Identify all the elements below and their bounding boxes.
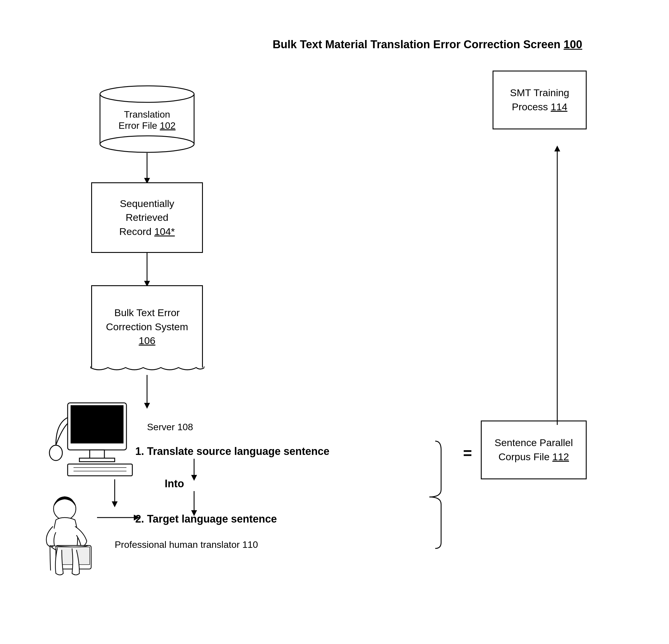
server-illustration <box>44 400 168 482</box>
corpus-label: Sentence ParallelCorpus File 112 <box>495 437 573 462</box>
professional-label: Professional human translator 110 <box>115 538 258 552</box>
translate-source-label: 1. Translate source language sentence <box>135 444 329 459</box>
bulk-text-error-correction: Bulk Text ErrorCorrection System106 <box>91 285 203 368</box>
arrow-seq-to-bulk <box>144 253 150 288</box>
seq-label: SequentiallyRetrievedRecord 104* <box>119 198 175 237</box>
svg-point-4 <box>100 86 194 102</box>
target-language-label: 2. Target language sentence <box>135 512 277 526</box>
svg-marker-24 <box>191 475 197 481</box>
translate-source-text: 1. Translate source language sentence <box>135 445 329 457</box>
seq-number: 104* <box>154 226 175 237</box>
server-label-text: Server 108 <box>147 422 193 432</box>
diagram-container: Bulk Text Material Translation Error Cor… <box>0 0 669 644</box>
svg-point-22 <box>49 445 62 460</box>
svg-rect-16 <box>71 405 124 443</box>
target-language-text: 2. Target language sentence <box>135 513 277 525</box>
arrow-corpus-to-smt <box>554 144 560 426</box>
translator-illustration <box>38 494 126 588</box>
smt-label: SMT TrainingProcess 114 <box>510 87 569 112</box>
sequentially-retrieved-record: SequentiallyRetrievedRecord 104* <box>91 182 203 253</box>
translation-error-file: Translation Error File 102 <box>97 76 197 153</box>
svg-marker-35 <box>554 146 560 152</box>
svg-text:Translation: Translation <box>124 109 170 120</box>
arrow-translate-to-into <box>191 459 197 482</box>
svg-marker-30 <box>134 515 140 520</box>
smt-training-process: SMT TrainingProcess 114 <box>493 71 587 129</box>
bulk-wavy-bottom <box>90 366 204 375</box>
professional-text: Professional human translator 110 <box>115 539 258 550</box>
smt-number: 114 <box>551 101 568 112</box>
page-title: Bulk Text Material Translation Error Cor… <box>273 38 582 51</box>
into-text: Into <box>165 477 184 490</box>
bulk-number: 106 <box>139 335 156 346</box>
svg-rect-19 <box>68 464 132 476</box>
equals-sign: = <box>463 444 472 462</box>
corpus-number: 112 <box>552 451 569 462</box>
title-text: Bulk Text Material Translation Error Cor… <box>273 38 564 51</box>
title-number: 100 <box>564 38 582 51</box>
svg-point-3 <box>100 136 194 152</box>
arrow-cylinder-to-seq <box>144 153 150 185</box>
svg-rect-17 <box>90 450 104 459</box>
svg-text:Error File 102: Error File 102 <box>118 120 175 131</box>
curly-brace <box>412 438 447 550</box>
into-label: Into <box>165 476 184 491</box>
sentence-parallel-corpus: Sentence ParallelCorpus File 112 <box>481 420 587 479</box>
server-label: Server 108 <box>147 420 193 434</box>
svg-rect-18 <box>80 458 115 462</box>
bulk-label: Bulk Text ErrorCorrection System106 <box>106 307 188 346</box>
